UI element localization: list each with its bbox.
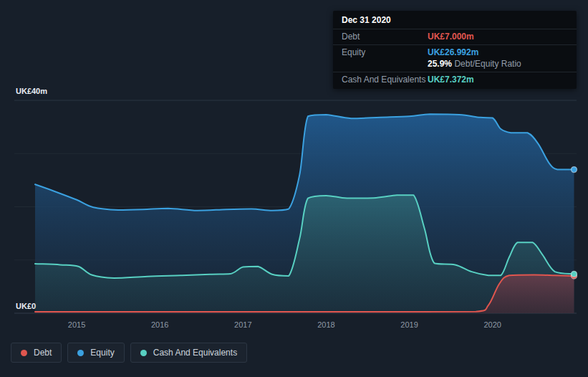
tooltip-row-equity: Equity UK£26.992m 25.9% Debt/Equity Rati… [333, 45, 577, 72]
tooltip-cash-label: Cash And Equivalents [342, 75, 428, 85]
tooltip-equity-label: Equity [342, 47, 428, 57]
legend-debt-label: Debt [34, 348, 52, 358]
tooltip-equity-value: UK£26.992m [428, 47, 478, 57]
chart-legend: Debt Equity Cash And Equivalents [11, 343, 247, 363]
svg-text:2019: 2019 [400, 320, 418, 329]
tooltip-equity-value-group: UK£26.992m 25.9% Debt/Equity Ratio [428, 47, 568, 69]
debt-series-dot-icon [21, 350, 27, 356]
tooltip-row-debt: Debt UK£7.000m [333, 29, 577, 45]
svg-text:2018: 2018 [317, 320, 334, 329]
svg-text:UK£40m: UK£40m [16, 87, 47, 95]
svg-text:UK£0: UK£0 [16, 302, 36, 310]
svg-text:2015: 2015 [68, 320, 85, 329]
tooltip-debt-value: UK£7.000m [428, 32, 568, 42]
legend-item-debt[interactable]: Debt [11, 343, 62, 363]
ratio-value: 25.9% [428, 59, 452, 69]
tooltip-row-cash: Cash And Equivalents UK£7.372m [333, 72, 577, 89]
legend-item-cash[interactable]: Cash And Equivalents [130, 343, 247, 363]
legend-equity-label: Equity [90, 348, 114, 358]
legend-item-equity[interactable]: Equity [67, 343, 124, 363]
equity-series-dot-icon [77, 350, 84, 356]
tooltip-debt-equity-ratio: 25.9% Debt/Equity Ratio [428, 59, 568, 69]
tooltip-date: Dec 31 2020 [333, 11, 577, 29]
svg-text:2020: 2020 [483, 320, 501, 329]
cash-series-dot-icon [140, 350, 147, 356]
svg-text:2017: 2017 [234, 320, 251, 329]
chart-tooltip: Dec 31 2020 Debt UK£7.000m Equity UK£26.… [333, 11, 577, 89]
tooltip-debt-label: Debt [342, 32, 428, 42]
tooltip-cash-value: UK£7.372m [428, 75, 568, 85]
legend-cash-label: Cash And Equivalents [153, 348, 237, 358]
ratio-label: Debt/Equity Ratio [454, 59, 521, 69]
svg-text:2016: 2016 [151, 320, 168, 329]
